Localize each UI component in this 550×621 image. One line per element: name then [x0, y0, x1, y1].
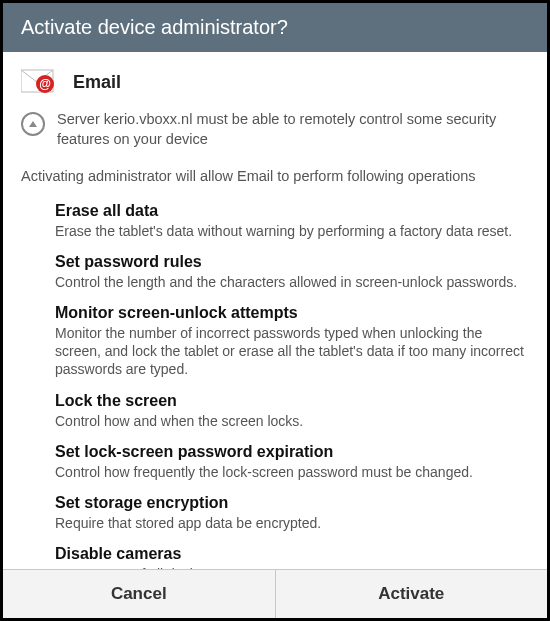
permission-item: Set storage encryptionRequire that store…	[55, 493, 529, 532]
dialog-title: Activate device administrator?	[3, 3, 547, 52]
svg-text:@: @	[39, 77, 51, 91]
permission-title: Disable cameras	[55, 544, 529, 564]
cancel-button[interactable]: Cancel	[3, 570, 275, 618]
permission-desc: Control the length and the characters al…	[55, 273, 529, 291]
chevron-up-icon	[21, 112, 45, 136]
server-notice: Server kerio.vboxx.nl must be able to re…	[57, 110, 529, 149]
permission-item: Set lock-screen password expirationContr…	[55, 442, 529, 481]
email-icon: @	[21, 68, 57, 96]
permission-title: Erase all data	[55, 201, 529, 221]
permission-item: Set password rulesControl the length and…	[55, 252, 529, 291]
permission-desc: Control how frequently the lock-screen p…	[55, 463, 529, 481]
permission-item: Monitor screen-unlock attemptsMonitor th…	[55, 303, 529, 379]
button-bar: Cancel Activate	[3, 569, 547, 618]
dialog-content: @ Email Server kerio.vboxx.nl must be ab…	[3, 52, 547, 569]
server-notice-row[interactable]: Server kerio.vboxx.nl must be able to re…	[21, 110, 529, 149]
app-name: Email	[73, 72, 121, 93]
permission-desc: Erase the tablet's data without warning …	[55, 222, 529, 240]
app-header: @ Email	[21, 68, 529, 96]
permission-item: Erase all dataErase the tablet's data wi…	[55, 201, 529, 240]
permission-desc: Require that stored app data be encrypte…	[55, 514, 529, 532]
permission-desc: Control how and when the screen locks.	[55, 412, 529, 430]
intro-text: Activating administrator will allow Emai…	[21, 167, 529, 187]
svg-marker-3	[29, 121, 37, 127]
permission-title: Set password rules	[55, 252, 529, 272]
permission-title: Lock the screen	[55, 391, 529, 411]
permission-title: Monitor screen-unlock attempts	[55, 303, 529, 323]
permission-item: Lock the screenControl how and when the …	[55, 391, 529, 430]
permission-desc: Monitor the number of incorrect password…	[55, 324, 529, 379]
permission-title: Set storage encryption	[55, 493, 529, 513]
activate-button[interactable]: Activate	[275, 570, 548, 618]
permissions-list: Erase all dataErase the tablet's data wi…	[21, 201, 529, 569]
permission-item: Disable camerasPrevent use of all device…	[55, 544, 529, 569]
permission-title: Set lock-screen password expiration	[55, 442, 529, 462]
